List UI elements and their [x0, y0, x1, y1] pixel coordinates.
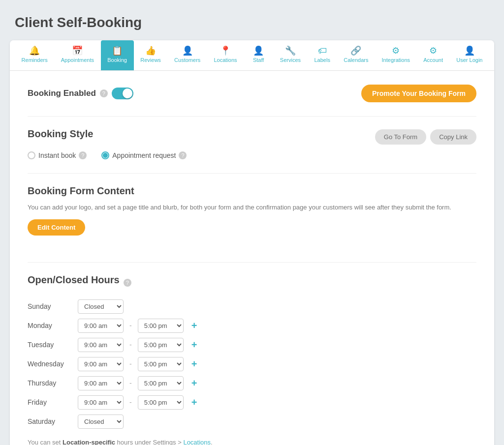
closed-select-sunday[interactable]: Closed12:00 am12:30 am1:00 am1:30 am2:00…: [78, 299, 124, 314]
location-note-suffix: .: [211, 439, 213, 445]
appointment-request-help-icon[interactable]: ?: [179, 151, 187, 159]
add-time-slot-monday[interactable]: +: [189, 321, 199, 330]
day-label-sunday: Sunday: [28, 302, 72, 310]
hours-row: Monday12:00 am12:30 am1:00 am1:30 am2:00…: [28, 319, 476, 333]
nav-item-staff[interactable]: 👤 Staff: [244, 40, 273, 70]
toggle-track: [112, 88, 133, 99]
nav-item-user-login[interactable]: 👤 User Login: [450, 40, 489, 70]
day-label-tuesday: Tuesday: [28, 341, 72, 349]
location-note-bold: Location-specific: [63, 439, 115, 445]
main-card: 🔔 Reminders 📅 Appointments 📋 Booking 👍 R…: [10, 40, 494, 445]
instant-book-help-icon[interactable]: ?: [79, 151, 87, 159]
location-note: You can set Location-specific hours unde…: [28, 439, 476, 445]
time-dash: -: [129, 398, 132, 406]
booking-form-content-title: Booking Form Content: [28, 185, 476, 197]
booking-enabled-help-icon[interactable]: ?: [100, 89, 108, 97]
nav-label-user-login: User Login: [456, 57, 482, 63]
radio-instant-circle: [28, 151, 35, 159]
radio-appointment-circle: [101, 151, 109, 159]
nav-item-account[interactable]: ⚙ Account: [417, 40, 450, 70]
nav-item-labels[interactable]: 🏷 Labels: [308, 40, 337, 70]
radio-appointment-request[interactable]: Appointment request ?: [101, 151, 187, 159]
day-label-wednesday: Wednesday: [28, 360, 72, 368]
hours-row: Tuesday12:00 am12:30 am1:00 am1:30 am2:0…: [28, 338, 476, 352]
time-dash: -: [129, 360, 132, 368]
booking-enabled-left: Booking Enabled ?: [28, 88, 133, 99]
nav-item-customers[interactable]: 👤 Customers: [168, 40, 207, 70]
add-time-slot-thursday[interactable]: +: [189, 378, 199, 388]
booking-enabled-row: Booking Enabled ? Promote Your Booking F…: [28, 85, 476, 102]
nav-label-reviews: Reviews: [140, 57, 161, 63]
day-label-friday: Friday: [28, 398, 72, 406]
closed-select-saturday[interactable]: Closed12:00 am12:30 am1:00 am1:30 am2:00…: [78, 415, 124, 429]
nav-item-reminders[interactable]: 🔔 Reminders: [15, 40, 54, 70]
booking-style-buttons: Go To Form Copy Link: [375, 129, 476, 145]
locations-link[interactable]: Locations: [183, 439, 211, 445]
copy-link-button[interactable]: Copy Link: [430, 129, 476, 145]
user-login-icon: 👤: [464, 46, 475, 55]
booking-style-radio-row: Instant book ? Appointment request ?: [28, 151, 476, 159]
radio-instant-label: Instant book: [38, 151, 76, 159]
nav-label-booking: Booking: [107, 57, 127, 63]
page-title: Client Self-Booking: [10, 15, 494, 30]
booking-style-header: Booking Style Go To Form Copy Link: [28, 128, 476, 146]
location-icon: 📍: [220, 46, 231, 55]
hours-row: Friday12:00 am12:30 am1:00 am1:30 am2:00…: [28, 395, 476, 410]
hours-table: SundayClosed12:00 am12:30 am1:00 am1:30 …: [28, 299, 476, 429]
end-time-wednesday[interactable]: 12:00 am12:30 am1:00 am1:30 am2:00 am2:3…: [138, 357, 184, 371]
calendars-icon: 🔗: [350, 46, 361, 55]
hours-title: Open/Closed Hours: [28, 274, 120, 286]
location-note-prefix: You can set: [28, 439, 63, 445]
services-icon: 🔧: [285, 46, 296, 55]
start-time-tuesday[interactable]: 12:00 am12:30 am1:00 am1:30 am2:00 am2:3…: [78, 338, 124, 352]
day-label-saturday: Saturday: [28, 417, 72, 425]
nav-item-booking[interactable]: 📋 Booking: [101, 40, 134, 70]
divider-1: [28, 116, 476, 117]
nav-label-reminders: Reminders: [22, 57, 48, 63]
nav-item-calendars[interactable]: 🔗 Calendars: [337, 40, 375, 70]
nav-item-locations[interactable]: 📍 Locations: [207, 40, 244, 70]
nav-item-appointments[interactable]: 📅 Appointments: [54, 40, 100, 70]
account-icon: ⚙: [429, 46, 437, 55]
start-time-wednesday[interactable]: 12:00 am12:30 am1:00 am1:30 am2:00 am2:3…: [78, 357, 124, 371]
edit-content-button[interactable]: Edit Content: [28, 219, 85, 236]
go-to-form-button[interactable]: Go To Form: [375, 129, 426, 145]
nav-label-appointments: Appointments: [61, 57, 94, 63]
nav-label-services: Services: [280, 57, 301, 63]
promote-booking-form-button[interactable]: Promote Your Booking Form: [361, 85, 476, 102]
nav-label-integrations: Integrations: [382, 57, 410, 63]
hours-row: Thursday12:00 am12:30 am1:00 am1:30 am2:…: [28, 376, 476, 390]
divider-3: [28, 262, 476, 263]
add-time-slot-wednesday[interactable]: +: [189, 359, 199, 369]
end-time-monday[interactable]: 12:00 am12:30 am1:00 am1:30 am2:00 am2:3…: [138, 319, 184, 333]
start-time-friday[interactable]: 12:00 am12:30 am1:00 am1:30 am2:00 am2:3…: [78, 395, 124, 410]
hours-title-row: Open/Closed Hours ?: [28, 274, 476, 292]
nav-bar: 🔔 Reminders 📅 Appointments 📋 Booking 👍 R…: [10, 40, 494, 71]
end-time-thursday[interactable]: 12:00 am12:30 am1:00 am1:30 am2:00 am2:3…: [138, 376, 184, 390]
add-time-slot-tuesday[interactable]: +: [189, 340, 199, 350]
hours-row: SundayClosed12:00 am12:30 am1:00 am1:30 …: [28, 299, 476, 314]
nav-label-labels: Labels: [314, 57, 330, 63]
end-time-tuesday[interactable]: 12:00 am12:30 am1:00 am1:30 am2:00 am2:3…: [138, 338, 184, 352]
divider-2: [28, 173, 476, 174]
end-time-friday[interactable]: 12:00 am12:30 am1:00 am1:30 am2:00 am2:3…: [138, 395, 184, 410]
nav-item-services[interactable]: 🔧 Services: [273, 40, 308, 70]
booking-icon: 📋: [112, 46, 123, 55]
hours-help-icon[interactable]: ?: [124, 279, 131, 287]
time-dash: -: [129, 322, 132, 329]
booking-style-title: Booking Style: [28, 128, 93, 140]
day-label-monday: Monday: [28, 322, 72, 329]
add-time-slot-friday[interactable]: +: [189, 397, 199, 407]
staff-icon: 👤: [253, 46, 264, 55]
start-time-monday[interactable]: 12:00 am12:30 am1:00 am1:30 am2:00 am2:3…: [78, 319, 124, 333]
customer-icon: 👤: [182, 46, 193, 55]
radio-instant-book[interactable]: Instant book ?: [28, 151, 87, 159]
time-dash: -: [129, 379, 132, 387]
booking-enabled-toggle[interactable]: [112, 88, 133, 99]
start-time-thursday[interactable]: 12:00 am12:30 am1:00 am1:30 am2:00 am2:3…: [78, 376, 124, 390]
nav-item-reviews[interactable]: 👍 Reviews: [134, 40, 168, 70]
location-note-middle: hours under Settings >: [115, 439, 183, 445]
integrations-icon: ⚙: [392, 46, 400, 55]
nav-item-integrations[interactable]: ⚙ Integrations: [375, 40, 417, 70]
hours-row: Wednesday12:00 am12:30 am1:00 am1:30 am2…: [28, 357, 476, 371]
